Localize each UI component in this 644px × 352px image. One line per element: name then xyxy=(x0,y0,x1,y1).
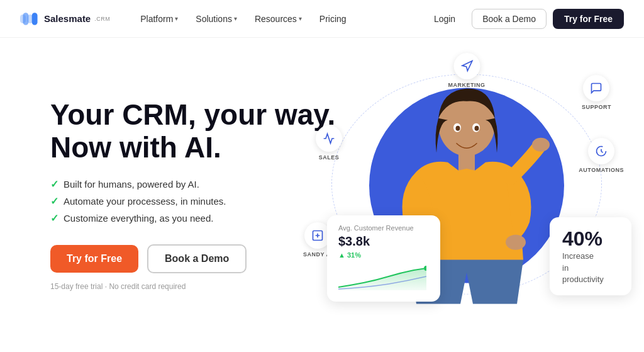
chevron-down-icon: ▾ xyxy=(234,15,237,22)
revenue-badge: ▲ 31% xyxy=(338,251,361,259)
revenue-card: Avg. Customer Revenue $3.8k ▲ 31% xyxy=(327,215,440,302)
feature-item-2: ✓ Automate your processess, in minutes. xyxy=(50,195,340,207)
automations-icon-box xyxy=(588,138,614,164)
chevron-down-icon: ▾ xyxy=(175,15,178,22)
revenue-chart xyxy=(338,265,429,293)
nav-actions: Login Book a Demo Try for Free xyxy=(424,9,624,29)
feature-item-3: ✓ Customize everything, as you need. xyxy=(50,212,340,224)
login-button[interactable]: Login xyxy=(424,9,465,28)
marketing-icon-box xyxy=(453,53,480,79)
hero-footnote: 15-day free trial · No credit card requi… xyxy=(50,282,340,291)
hero-features-list: ✓ Built for humans, powered by AI. ✓ Aut… xyxy=(50,178,340,224)
productivity-card: 40% Increase in productivity xyxy=(550,217,631,295)
hero-content: Your CRM, your way. Now with AI. ✓ Built… xyxy=(50,99,340,290)
support-icon-box xyxy=(583,75,609,101)
brand-name: Salesmate xyxy=(44,13,91,24)
trend-up-icon: ▲ xyxy=(338,251,345,259)
sales-icon-box xyxy=(316,125,342,152)
try-free-nav-button[interactable]: Try for Free xyxy=(553,9,624,29)
hero-cta-buttons: Try for Free Book a Demo xyxy=(50,244,340,273)
nav-links: Platform ▾ Solutions ▾ Resources ▾ Prici… xyxy=(133,10,424,28)
hero-visual: MARKETING SUPPORT SALES xyxy=(340,50,594,339)
nav-item-platform[interactable]: Platform ▾ xyxy=(133,10,186,28)
book-demo-hero-button[interactable]: Book a Demo xyxy=(147,244,247,273)
automations-label: AUTOMATIONS xyxy=(579,167,624,173)
feature-item-1: ✓ Built for humans, powered by AI. xyxy=(50,178,340,190)
nav-item-pricing[interactable]: Pricing xyxy=(312,10,354,28)
check-icon-1: ✓ xyxy=(50,178,58,190)
hero-title: Your CRM, your way. Now with AI. xyxy=(50,99,340,164)
check-icon-3: ✓ xyxy=(50,212,58,224)
try-free-hero-button[interactable]: Try for Free xyxy=(50,245,138,273)
logo[interactable]: Salesmate.CRM xyxy=(20,13,110,25)
marketing-label: MARKETING xyxy=(448,82,486,88)
nav-item-solutions[interactable]: Solutions ▾ xyxy=(188,10,245,28)
sales-label: SALES xyxy=(319,154,340,161)
orbit-item-sales: SALES xyxy=(316,125,342,161)
revenue-card-value: $3.8k xyxy=(338,234,429,249)
check-icon-2: ✓ xyxy=(50,195,58,207)
revenue-card-title: Avg. Customer Revenue xyxy=(338,224,429,232)
brand-suffix: .CRM xyxy=(94,16,110,22)
productivity-percentage: 40% xyxy=(562,227,619,251)
svg-rect-3 xyxy=(32,13,38,25)
orbit-item-automations: AUTOMATIONS xyxy=(579,138,624,173)
nav-item-resources[interactable]: Resources ▾ xyxy=(247,10,309,28)
book-demo-nav-button[interactable]: Book a Demo xyxy=(472,9,547,29)
hero-section: Your CRM, your way. Now with AI. ✓ Built… xyxy=(0,38,644,352)
orbit-item-support: SUPPORT xyxy=(582,75,611,110)
productivity-text: Increase in productivity xyxy=(562,251,619,285)
navbar: Salesmate.CRM Platform ▾ Solutions ▾ Res… xyxy=(0,0,644,38)
support-label: SUPPORT xyxy=(582,104,611,110)
orbit-item-marketing: MARKETING xyxy=(448,53,486,88)
chevron-down-icon: ▾ xyxy=(299,15,302,22)
logo-icon xyxy=(20,13,40,25)
